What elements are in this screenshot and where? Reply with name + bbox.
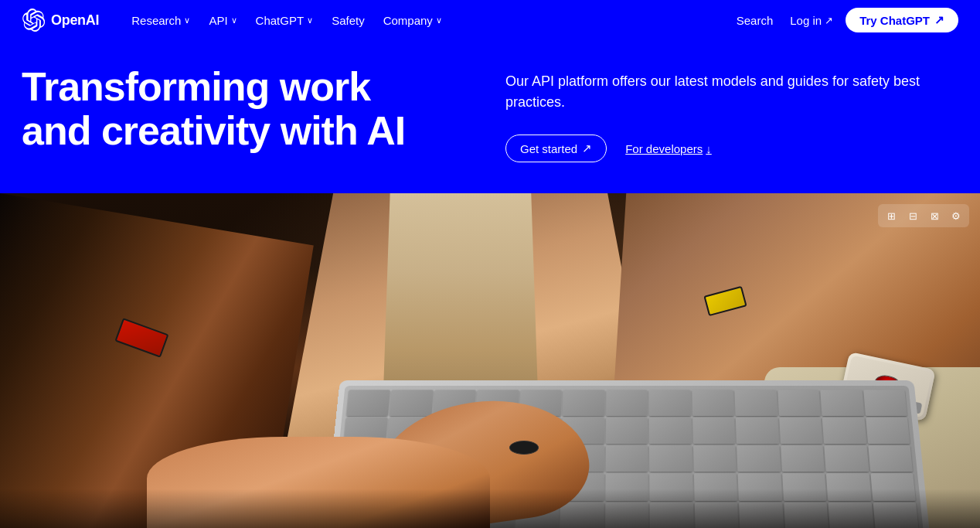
chevron-down-icon: ∨ [436, 15, 442, 26]
keyboard-key [735, 390, 778, 416]
keyboard-key [692, 390, 735, 416]
hero-image: ⊞ ⊟ ⊠ ⚙ [0, 193, 980, 528]
arrow-icon: ↗ [934, 13, 944, 27]
chevron-down-icon: ∨ [184, 15, 190, 26]
finger-ring [509, 441, 539, 455]
hero-right: Our API platform offers our latest model… [505, 65, 958, 162]
login-link[interactable]: Log in ↗ [790, 14, 833, 27]
keyboard-key [736, 417, 779, 444]
keyboard-key [866, 417, 910, 444]
keyboard-key [781, 445, 825, 472]
keyboard-key [693, 445, 737, 472]
arrow-icon: ↗ [582, 141, 592, 155]
keyboard-key [778, 390, 821, 416]
keyboard-key [606, 417, 648, 444]
keyboard-key [390, 390, 434, 416]
nav-links: Research ∨ API ∨ ChatGPT ∨ Safety Compan… [124, 9, 732, 32]
keyboard-key [863, 390, 907, 416]
nav-right: Search Log in ↗ Try ChatGPT ↗ [732, 8, 958, 32]
nav-item-api[interactable]: API ∨ [201, 9, 244, 32]
for-developers-button[interactable]: For developers ↓ [625, 142, 712, 155]
hero-section: Transforming work and creativity with AI… [0, 40, 980, 193]
chevron-down-icon: ∨ [307, 15, 313, 26]
hero-description: Our API platform offers our latest model… [505, 71, 923, 113]
hero-left: Transforming work and creativity with AI [22, 65, 475, 153]
keyboard-key [779, 417, 822, 444]
get-started-button[interactable]: Get started ↗ [505, 135, 607, 162]
nav-item-company[interactable]: Company ∨ [376, 9, 450, 32]
keyboard-key [821, 390, 864, 416]
window-icon[interactable]: ⊟ [904, 207, 921, 224]
keyboard-key [868, 445, 913, 472]
nav-item-research[interactable]: Research ∨ [124, 9, 198, 32]
external-link-icon: ↗ [825, 15, 833, 26]
grid-icon[interactable]: ⊞ [883, 207, 900, 224]
openai-logo-icon [22, 9, 45, 32]
keyboard-key [563, 390, 605, 416]
keyboard-key [822, 417, 866, 444]
bottom-fade [0, 489, 980, 529]
brand-name: OpenAI [51, 12, 99, 29]
image-toolbar: ⊞ ⊟ ⊠ ⚙ [878, 204, 969, 227]
chevron-down-icon: ∨ [231, 15, 237, 26]
photo-background [0, 193, 980, 528]
nav-item-chatgpt[interactable]: ChatGPT ∨ [248, 9, 322, 32]
keyboard-key [692, 417, 735, 444]
settings-icon[interactable]: ⚙ [948, 207, 965, 224]
keyboard-key [606, 390, 648, 416]
keyboard-key [825, 445, 869, 472]
keyboard-key [737, 445, 781, 472]
nav-item-safety[interactable]: Safety [324, 9, 373, 32]
photo-scene [0, 193, 980, 528]
keyboard-key [347, 390, 391, 416]
logo[interactable]: OpenAI [22, 9, 99, 32]
keyboard-key [649, 417, 692, 444]
search-button[interactable]: Search [732, 11, 778, 30]
keyboard-key [650, 445, 692, 472]
try-chatgpt-button[interactable]: Try ChatGPT ↗ [846, 8, 958, 32]
arrow-down-icon: ↓ [706, 142, 712, 155]
hero-title: Transforming work and creativity with AI [22, 65, 424, 153]
keyboard-key [606, 445, 648, 472]
navbar: OpenAI Research ∨ API ∨ ChatGPT ∨ Safety… [0, 0, 980, 40]
expand-icon[interactable]: ⊠ [926, 207, 943, 224]
hero-buttons: Get started ↗ For developers ↓ [505, 135, 958, 162]
keyboard-key [649, 390, 691, 416]
